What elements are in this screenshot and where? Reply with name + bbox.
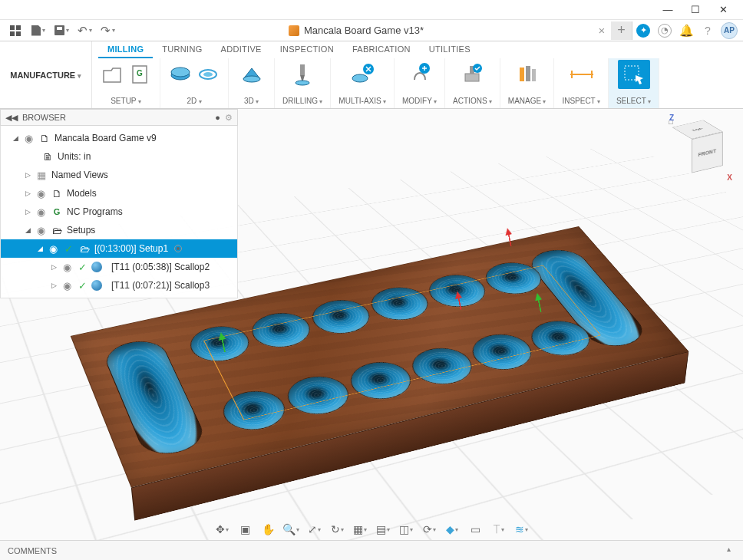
snap-button[interactable]: ◫ <box>396 521 416 538</box>
drilling-icon <box>290 62 315 87</box>
tree-units[interactable]: 🗎 Units: in <box>1 147 237 166</box>
document-icon: 🗎 <box>41 151 54 163</box>
browser-settings-icon[interactable]: ⚙ <box>225 113 233 123</box>
section-button[interactable]: ▭ <box>465 521 485 538</box>
group-3d[interactable]: 3D <box>229 58 275 108</box>
group-inspect[interactable]: INSPECT <box>554 58 609 108</box>
window-close-button[interactable]: ✕ <box>709 0 737 20</box>
gcode-icon: G <box>50 207 64 216</box>
collapse-icon[interactable]: ◀◀ <box>5 113 18 123</box>
undo-button[interactable]: ↶ <box>74 21 95 40</box>
job-status-button[interactable]: ◔ <box>654 21 675 40</box>
modify-icon <box>408 62 432 87</box>
comments-bar[interactable]: COMMENTS ▾ <box>0 540 743 560</box>
pan-button[interactable]: ✋ <box>258 521 278 538</box>
tree-scallop3[interactable]: ▷◉ ✓ [T11 (0:07:21)] Scallop3 <box>1 276 237 295</box>
tab-utilities[interactable]: UTILITIES <box>420 41 480 58</box>
toolpath-button[interactable]: ≋ <box>511 521 531 538</box>
redo-button[interactable]: ↷ <box>97 21 118 40</box>
group-2d-label: 2D <box>187 97 201 105</box>
group-drilling[interactable]: DRILLING <box>275 58 331 108</box>
orbit-button[interactable]: ✥ <box>212 521 232 538</box>
visual-style-button[interactable]: ◆ <box>442 521 462 538</box>
display-settings-button[interactable]: ▦ <box>350 521 370 538</box>
svg-rect-17 <box>532 69 536 81</box>
viewcube[interactable]: ⌂ Z X TOP FRONT RIGHT <box>665 114 734 183</box>
tree-root[interactable]: ◢◉ 🗋 Mancala Board Game v9 <box>1 129 237 147</box>
group-manage[interactable]: MANAGE <box>500 58 555 108</box>
svg-rect-7 <box>300 64 305 75</box>
look-at-button[interactable]: ▣ <box>235 521 255 538</box>
free-orbit-button[interactable]: ↻ <box>327 521 347 538</box>
svg-text:G: G <box>137 69 143 77</box>
grid-settings-button[interactable]: ▤ <box>373 521 393 538</box>
actions-icon <box>460 62 484 87</box>
group-modify[interactable]: MODIFY <box>395 58 445 108</box>
svg-point-5 <box>203 72 213 77</box>
group-select[interactable]: SELECT <box>609 58 659 108</box>
navigation-toolbar: ✥ ▣ ✋ 🔍 ⤢ ↻ ▦ ▤ ◫ ⟳ ◆ ▭ ⟙ ≋ <box>0 519 743 540</box>
window-titlebar: — ☐ ✕ <box>0 0 743 20</box>
group-multiaxis-label: MULTI-AXIS <box>338 97 386 105</box>
component-icon: 🗋 <box>38 133 51 144</box>
extensions-button[interactable]: ✦ <box>632 21 654 40</box>
tab-inspection[interactable]: INSPECTION <box>271 41 343 58</box>
fit-button[interactable]: ⤢ <box>304 521 324 538</box>
tool-button[interactable]: ⟙ <box>488 521 508 538</box>
inspect-icon <box>569 62 593 87</box>
data-panel-button[interactable] <box>5 21 26 40</box>
tab-additive[interactable]: ADDITIVE <box>212 41 271 58</box>
viewcube-front[interactable]: FRONT <box>692 132 723 173</box>
document-title: Mancala Board Game v13* <box>304 25 424 36</box>
tree-named-views[interactable]: ▷ ▦ Named Views <box>1 166 237 184</box>
save-button[interactable] <box>51 21 72 40</box>
tree-setup1[interactable]: ◢◉ ✓ 🗁 [(0:13:00)] Setup1 <box>1 239 237 258</box>
tree-setups[interactable]: ◢◉ 🗁 Setups <box>1 221 237 239</box>
tree-nc-programs[interactable]: ▷◉ G NC Programs <box>1 203 237 221</box>
operation-icon <box>91 280 102 291</box>
zoom-button[interactable]: 🔍 <box>281 521 301 538</box>
browser-tree: ◢◉ 🗋 Mancala Board Game v9 🗎 Units: in ▷… <box>0 126 238 298</box>
browser-panel: ◀◀ BROWSER ● ⚙ ◢◉ 🗋 Mancala Board Game v… <box>0 109 238 298</box>
check-icon: ✓ <box>76 280 88 292</box>
group-setup[interactable]: G SETUP <box>92 58 160 108</box>
workspace-switcher[interactable]: MANUFACTURE <box>0 41 92 108</box>
group-inspect-label: INSPECT <box>562 97 600 105</box>
workspace-label: MANUFACTURE <box>5 68 85 83</box>
browser-dot-icon[interactable]: ● <box>215 113 220 122</box>
operation-icon <box>91 262 102 272</box>
ribbon-tab-strip: MILLING TURNING ADDITIVE INSPECTION FABR… <box>98 41 480 58</box>
setup-folder-icon <box>100 62 124 87</box>
help-button[interactable]: ? <box>697 21 718 40</box>
window-maximize-button[interactable]: ☐ <box>682 0 709 20</box>
browser-header[interactable]: ◀◀ BROWSER ● ⚙ <box>0 109 238 126</box>
notifications-button[interactable]: 🔔 <box>675 21 697 40</box>
group-2d[interactable]: 2D <box>160 58 229 108</box>
folder-open-icon: 🗁 <box>78 243 91 255</box>
group-manage-label: MANAGE <box>508 97 547 105</box>
comments-label: COMMENTS <box>8 546 57 555</box>
window-minimize-button[interactable]: — <box>654 0 682 20</box>
tree-models[interactable]: ▷◉ 🗋 Models <box>1 184 237 203</box>
folder-open-icon: 🗁 <box>50 225 64 236</box>
multiaxis-icon <box>350 62 375 87</box>
tab-close-button[interactable]: × <box>593 24 611 37</box>
document-tab[interactable]: Mancala Board Game v13* <box>123 25 589 36</box>
group-actions[interactable]: ACTIONS <box>445 58 500 108</box>
viewport-button[interactable]: ⟳ <box>419 521 439 538</box>
tab-turning[interactable]: TURNING <box>153 41 211 58</box>
file-menu-button[interactable] <box>28 21 49 40</box>
group-3d-label: 3D <box>244 97 259 105</box>
tree-scallop2[interactable]: ▷◉ ✓ [T11 (0:05:38)] Scallop2 <box>1 258 237 276</box>
chevron-up-icon: ▾ <box>727 546 731 555</box>
2d-icon-1 <box>168 62 193 87</box>
user-avatar[interactable]: AP <box>718 21 740 40</box>
new-tab-button[interactable]: + <box>611 21 632 40</box>
tab-milling[interactable]: MILLING <box>98 41 153 58</box>
manage-icon <box>515 62 540 87</box>
quick-access-toolbar: ↶ ↷ Mancala Board Game v13* × + ✦ ◔ 🔔 ? … <box>0 20 743 41</box>
check-icon: ✓ <box>62 243 74 255</box>
tab-fabrication[interactable]: FABRICATION <box>343 41 420 58</box>
3d-icon <box>239 62 264 87</box>
group-multiaxis[interactable]: MULTI-AXIS <box>331 58 395 108</box>
